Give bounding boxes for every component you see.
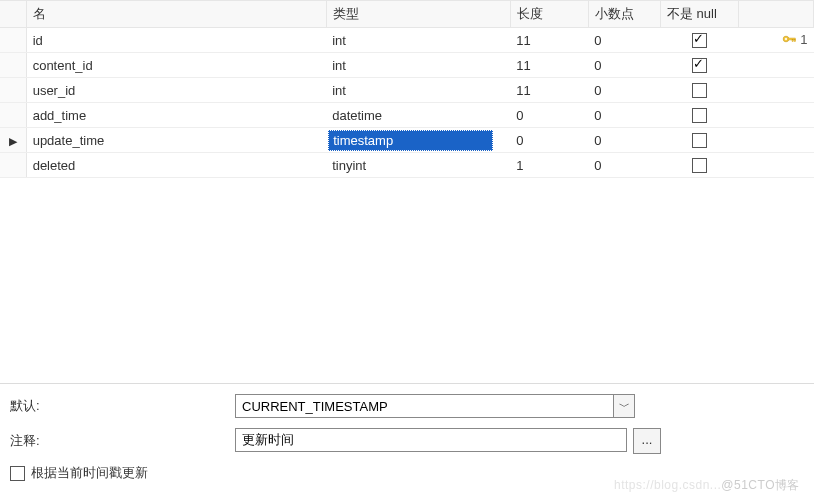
cell-type[interactable]: timestamp [326, 128, 510, 153]
cell-key [739, 128, 814, 153]
cell-name[interactable]: deleted [26, 153, 326, 178]
row-marker: ▶ [0, 128, 26, 153]
cell-decimals[interactable]: 0 [588, 128, 660, 153]
svg-rect-4 [795, 40, 796, 42]
cell-key [739, 153, 814, 178]
cell-length[interactable]: 11 [510, 53, 588, 78]
not-null-checkbox[interactable] [692, 158, 707, 173]
default-input[interactable] [235, 394, 613, 418]
default-combo[interactable]: ﹀ [235, 394, 635, 418]
not-null-checkbox[interactable] [692, 133, 707, 148]
default-dropdown-button[interactable]: ﹀ [613, 394, 635, 418]
row-marker [0, 78, 26, 103]
cell-not-null[interactable] [660, 28, 738, 53]
cell-decimals[interactable]: 0 [588, 78, 660, 103]
svg-rect-3 [792, 40, 793, 42]
default-row: 默认: ﹀ [10, 394, 804, 418]
grid-blank-area [0, 178, 814, 384]
key-index-label: 1 [800, 32, 807, 47]
cell-length[interactable]: 0 [510, 128, 588, 153]
table-row[interactable]: ▶update_timetimestamp00 [0, 128, 814, 153]
cell-decimals[interactable]: 0 [588, 153, 660, 178]
cell-type[interactable]: int [326, 78, 510, 103]
selected-type-cell[interactable]: timestamp [328, 130, 493, 151]
cell-key: 1 [739, 28, 814, 53]
cell-type[interactable]: int [326, 28, 510, 53]
field-details-panel: 默认: ﹀ 注释: ... 根据当前时间戳更新 [0, 384, 814, 482]
row-marker [0, 103, 26, 128]
svg-point-1 [785, 38, 787, 40]
cell-type[interactable]: datetime [326, 103, 510, 128]
row-marker [0, 53, 26, 78]
cell-length[interactable]: 11 [510, 28, 588, 53]
cell-decimals[interactable]: 0 [588, 103, 660, 128]
table-row[interactable]: user_idint110 [0, 78, 814, 103]
table-row[interactable]: deletedtinyint10 [0, 153, 814, 178]
cell-length[interactable]: 0 [510, 103, 588, 128]
not-null-checkbox[interactable] [692, 58, 707, 73]
watermark: https://blog.csdn...@51CTO博客 [614, 477, 800, 494]
primary-key-icon: 1 [782, 32, 807, 47]
on-update-label: 根据当前时间戳更新 [31, 464, 148, 482]
cell-name[interactable]: add_time [26, 103, 326, 128]
watermark-right: @51CTO博客 [721, 478, 800, 492]
cell-key [739, 103, 814, 128]
cell-not-null[interactable] [660, 128, 738, 153]
chevron-down-icon: ﹀ [619, 400, 630, 412]
cell-length[interactable]: 11 [510, 78, 588, 103]
row-marker [0, 153, 26, 178]
default-label: 默认: [10, 397, 235, 415]
columns-header-row: 名 类型 长度 小数点 不是 null [0, 1, 814, 28]
header-not-null[interactable]: 不是 null [660, 1, 738, 28]
cell-key [739, 53, 814, 78]
cell-not-null[interactable] [660, 53, 738, 78]
header-type[interactable]: 类型 [326, 1, 510, 28]
cell-not-null[interactable] [660, 78, 738, 103]
not-null-checkbox[interactable] [692, 83, 707, 98]
watermark-left: https://blog.csdn... [614, 478, 721, 492]
cell-decimals[interactable]: 0 [588, 53, 660, 78]
header-name[interactable]: 名 [26, 1, 326, 28]
table-row[interactable]: idint1101 [0, 28, 814, 53]
header-decimals[interactable]: 小数点 [588, 1, 660, 28]
cell-not-null[interactable] [660, 103, 738, 128]
current-row-pointer-icon: ▶ [9, 136, 17, 147]
cell-type[interactable]: int [326, 53, 510, 78]
cell-length[interactable]: 1 [510, 153, 588, 178]
comment-input[interactable] [235, 428, 627, 452]
header-key [739, 1, 814, 28]
cell-name[interactable]: id [26, 28, 326, 53]
comment-row: 注释: ... [10, 428, 804, 454]
on-update-checkbox[interactable] [10, 466, 25, 481]
cell-decimals[interactable]: 0 [588, 28, 660, 53]
not-null-checkbox[interactable] [692, 33, 707, 48]
row-marker [0, 28, 26, 53]
header-marker [0, 1, 26, 28]
header-length[interactable]: 长度 [510, 1, 588, 28]
table-row[interactable]: content_idint110 [0, 53, 814, 78]
comment-expand-button[interactable]: ... [633, 428, 661, 454]
cell-not-null[interactable] [660, 153, 738, 178]
columns-table[interactable]: 名 类型 长度 小数点 不是 null idint1101content_idi… [0, 0, 814, 178]
cell-type[interactable]: tinyint [326, 153, 510, 178]
not-null-checkbox[interactable] [692, 108, 707, 123]
cell-name[interactable]: user_id [26, 78, 326, 103]
cell-name[interactable]: content_id [26, 53, 326, 78]
comment-label: 注释: [10, 432, 235, 450]
cell-name[interactable]: update_time [26, 128, 326, 153]
table-row[interactable]: add_timedatetime00 [0, 103, 814, 128]
cell-key [739, 78, 814, 103]
